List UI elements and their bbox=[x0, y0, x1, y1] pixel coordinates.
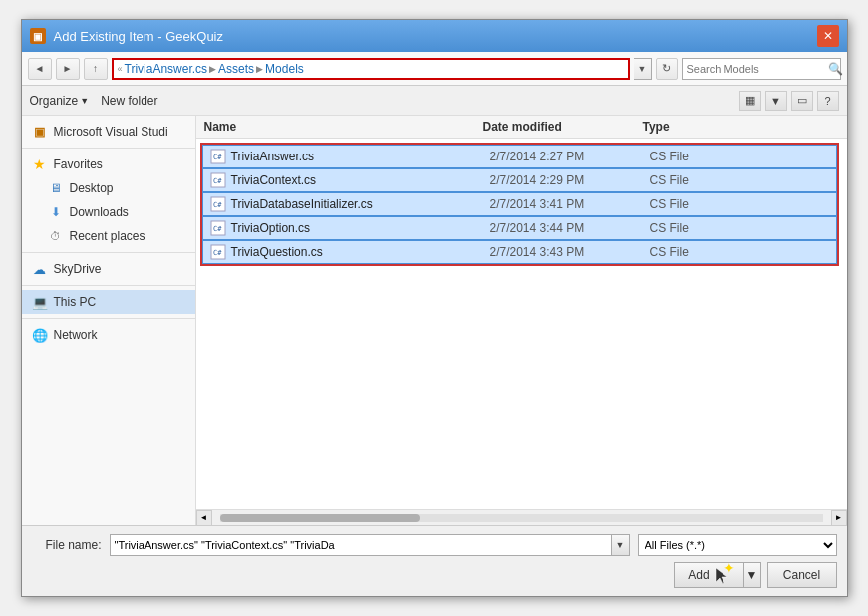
file-item-2[interactable]: C# TriviaDatabaseInitializer.cs 2/7/2014… bbox=[202, 192, 837, 216]
file-icon-2: C# bbox=[209, 196, 227, 212]
col-type-header[interactable]: Type bbox=[643, 120, 839, 134]
nav-vs-label: Microsoft Visual Studi bbox=[54, 125, 168, 139]
file-item-3[interactable]: C# TriviaOption.cs 2/7/2014 3:44 PM CS F… bbox=[202, 216, 837, 240]
nav-sep1 bbox=[22, 148, 195, 149]
nav-item-vs[interactable]: ▣ Microsoft Visual Studi bbox=[22, 120, 195, 144]
nav-item-favorites[interactable]: ★ Favorites bbox=[22, 153, 195, 176]
up-button[interactable]: ↑ bbox=[84, 58, 108, 80]
breadcrumb-sep1: ▶ bbox=[209, 64, 216, 74]
filename-label: File name: bbox=[32, 538, 102, 552]
left-panel: ▣ Microsoft Visual Studi ★ Favorites 🖥 D… bbox=[22, 116, 196, 525]
bottom-bar: File name: ▼ All Files (*.*) Add ✦ bbox=[22, 525, 847, 596]
file-type-4: CS File bbox=[650, 245, 830, 259]
view-details-button[interactable]: ▦ bbox=[739, 91, 761, 111]
svg-text:C#: C# bbox=[213, 154, 222, 161]
filename-dropdown-button[interactable]: ▼ bbox=[612, 534, 630, 556]
breadcrumb-assets[interactable]: Assets bbox=[218, 62, 254, 76]
add-button[interactable]: Add ✦ bbox=[674, 562, 743, 588]
skydrive-icon: ☁ bbox=[32, 261, 48, 277]
file-item-0[interactable]: C# TriviaAnswer.cs 2/7/2014 2:27 PM CS F… bbox=[202, 145, 837, 168]
search-box[interactable]: 🔍 bbox=[682, 58, 841, 80]
add-dropdown-button[interactable]: ▼ bbox=[743, 562, 761, 588]
breadcrumb-sep2: ▶ bbox=[256, 64, 263, 74]
add-existing-item-dialog: ▣ Add Existing Item - GeekQuiz ✕ ◄ ► ↑ «… bbox=[21, 19, 848, 597]
title-bar: ▣ Add Existing Item - GeekQuiz ✕ bbox=[22, 20, 847, 52]
organize-arrow: ▼ bbox=[80, 96, 89, 106]
breadcrumb-models[interactable]: Models bbox=[265, 62, 304, 76]
desktop-icon: 🖥 bbox=[48, 180, 64, 196]
add-button-group: Add ✦ ▼ bbox=[674, 562, 761, 588]
buttons-row: Add ✦ ▼ Cancel bbox=[32, 562, 837, 588]
title-bar-left: ▣ Add Existing Item - GeekQuiz bbox=[30, 28, 224, 44]
toolbar-row: Organize ▼ New folder ▦ ▼ ▭ ? bbox=[22, 86, 847, 116]
file-item-4[interactable]: C# TriviaQuestion.cs 2/7/2014 3:43 PM CS… bbox=[202, 240, 837, 264]
refresh-button[interactable]: ↻ bbox=[656, 58, 678, 80]
address-prefix: « bbox=[118, 64, 123, 74]
file-icon-0: C# bbox=[209, 149, 227, 164]
scroll-right-button[interactable]: ► bbox=[831, 510, 847, 526]
address-bar: ◄ ► ↑ « TriviaAnswer.cs ▶ Assets ▶ Model… bbox=[22, 52, 847, 86]
cancel-button[interactable]: Cancel bbox=[767, 562, 837, 588]
close-button[interactable]: ✕ bbox=[817, 25, 839, 47]
file-name-2: TriviaDatabaseInitializer.cs bbox=[231, 197, 490, 211]
scroll-track[interactable] bbox=[220, 514, 823, 522]
file-icon-4: C# bbox=[209, 244, 227, 260]
nav-item-skydrive[interactable]: ☁ SkyDrive bbox=[22, 257, 195, 281]
dialog-title: Add Existing Item - GeekQuiz bbox=[54, 29, 224, 44]
horizontal-scrollbar[interactable]: ◄ ► bbox=[196, 509, 847, 525]
address-box[interactable]: « TriviaAnswer.cs ▶ Assets ▶ Models bbox=[112, 58, 630, 80]
file-name-0: TriviaAnswer.cs bbox=[231, 150, 490, 163]
organize-button[interactable]: Organize ▼ bbox=[30, 94, 90, 108]
downloads-label: Downloads bbox=[70, 205, 129, 219]
vs-icon: ▣ bbox=[32, 124, 48, 140]
file-date-4: 2/7/2014 3:43 PM bbox=[490, 245, 650, 259]
selection-box: C# TriviaAnswer.cs 2/7/2014 2:27 PM CS F… bbox=[200, 143, 839, 266]
nav-item-recent[interactable]: ⏱ Recent places bbox=[22, 224, 195, 248]
new-folder-button[interactable]: New folder bbox=[101, 94, 157, 108]
new-folder-label: New folder bbox=[101, 94, 157, 108]
search-input[interactable] bbox=[687, 63, 824, 75]
skydrive-label: SkyDrive bbox=[54, 262, 102, 276]
file-date-1: 2/7/2014 2:29 PM bbox=[490, 173, 650, 187]
nav-item-this-pc[interactable]: 💻 This PC bbox=[22, 290, 195, 314]
scroll-left-button[interactable]: ◄ bbox=[196, 510, 212, 526]
col-date-header[interactable]: Date modified bbox=[483, 120, 643, 134]
file-icon-3: C# bbox=[209, 220, 227, 236]
network-label: Network bbox=[54, 328, 98, 342]
filetype-select[interactable]: All Files (*.*) bbox=[638, 534, 837, 556]
this-pc-label: This PC bbox=[54, 295, 97, 309]
nav-item-downloads[interactable]: ⬇ Downloads bbox=[22, 200, 195, 224]
filename-input[interactable] bbox=[110, 534, 612, 556]
favorites-icon: ★ bbox=[32, 156, 48, 172]
filename-row: File name: ▼ All Files (*.*) bbox=[32, 534, 837, 556]
scroll-thumb[interactable] bbox=[220, 514, 420, 522]
file-item-1[interactable]: C# TriviaContext.cs 2/7/2014 2:29 PM CS … bbox=[202, 168, 837, 192]
main-content: ▣ Microsoft Visual Studi ★ Favorites 🖥 D… bbox=[22, 116, 847, 525]
this-pc-icon: 💻 bbox=[32, 294, 48, 310]
file-type-0: CS File bbox=[650, 150, 830, 163]
forward-button[interactable]: ► bbox=[56, 58, 80, 80]
col-name-header[interactable]: Name bbox=[204, 120, 483, 134]
toolbar-right: ▦ ▼ ▭ ? bbox=[739, 91, 839, 111]
view-dropdown-button[interactable]: ▼ bbox=[765, 91, 787, 111]
nav-item-desktop[interactable]: 🖥 Desktop bbox=[22, 176, 195, 200]
svg-text:C#: C# bbox=[213, 225, 222, 233]
svg-text:C#: C# bbox=[213, 201, 222, 209]
file-list-header: Name Date modified Type bbox=[196, 116, 847, 139]
recent-label: Recent places bbox=[70, 229, 145, 243]
address-dropdown-btn[interactable]: ▼ bbox=[634, 58, 652, 80]
downloads-icon: ⬇ bbox=[48, 204, 64, 220]
add-label: Add bbox=[688, 568, 709, 582]
file-name-3: TriviaOption.cs bbox=[231, 221, 490, 235]
help-button[interactable]: ? bbox=[817, 91, 839, 111]
search-icon: 🔍 bbox=[828, 62, 843, 76]
file-list: C# TriviaAnswer.cs 2/7/2014 2:27 PM CS F… bbox=[196, 139, 847, 509]
back-button[interactable]: ◄ bbox=[28, 58, 52, 80]
filename-input-wrapper: ▼ bbox=[110, 534, 630, 556]
preview-pane-button[interactable]: ▭ bbox=[791, 91, 813, 111]
right-panel: Name Date modified Type C# TriviaAnswer.… bbox=[196, 116, 847, 525]
breadcrumb-source[interactable]: TriviaAnswer.cs bbox=[125, 62, 208, 76]
vs-app-icon: ▣ bbox=[30, 28, 46, 44]
nav-item-network[interactable]: 🌐 Network bbox=[22, 323, 195, 347]
file-name-4: TriviaQuestion.cs bbox=[231, 245, 490, 259]
